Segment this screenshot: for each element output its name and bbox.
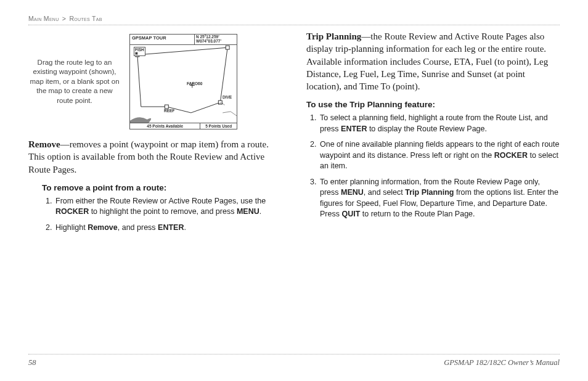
list-item: Highlight Remove, and press ENTER. xyxy=(54,223,282,234)
remove-lead: Remove xyxy=(28,139,60,149)
wp-reef: REEF xyxy=(164,109,174,113)
left-column: Drag the route leg to an existing waypoi… xyxy=(28,30,282,338)
gps-map-area: FISH▣ FARO60 DIVE REEF xyxy=(130,42,237,123)
remove-paragraph: Remove—removes a point (waypoint or map … xyxy=(28,138,282,176)
book-title: GPSMAP 182/182C Owner’s Manual xyxy=(444,358,560,367)
figure-row: Drag the route leg to an existing waypoi… xyxy=(28,34,282,129)
figure-caption: Drag the route leg to an existing waypoi… xyxy=(28,58,121,106)
page: Main Menu > Routes Tab Drag the route le… xyxy=(0,0,588,381)
wp-dive: DIVE xyxy=(223,95,232,99)
breadcrumb-sep: > xyxy=(62,15,66,22)
gps-screenshot: GPSMAP TOUR N 25°12.259' W074°03.077' xyxy=(129,34,237,129)
gps-status-right: 5 Points Used xyxy=(200,123,237,129)
list-item: From either the Route Review or Active R… xyxy=(54,196,282,218)
trip-lead: Trip Planning xyxy=(306,31,361,41)
remove-body: —removes a point (waypoint or map item) … xyxy=(28,139,269,174)
list-item: To select a planning field, highlight a … xyxy=(319,113,560,134)
gps-statusbar: 45 Points Available 5 Points Used xyxy=(130,123,237,129)
breadcrumb-sub: Routes Tab xyxy=(69,15,102,22)
gps-status-left: 45 Points Available xyxy=(130,123,200,129)
remove-subhead: To remove a point from a route: xyxy=(42,183,282,192)
page-number: 58 xyxy=(28,358,36,367)
remove-steps: From either the Route Review or Active R… xyxy=(42,196,282,234)
wp-faro: FARO60 xyxy=(187,81,202,86)
right-column: Trip Planning—the Route Review and Activ… xyxy=(306,30,560,338)
trip-subhead: To use the Trip Planning feature: xyxy=(306,100,560,109)
breadcrumb: Main Menu > Routes Tab xyxy=(28,15,560,25)
list-item: One of nine available planning fields ap… xyxy=(319,139,560,172)
content-columns: Drag the route leg to an existing waypoi… xyxy=(28,30,560,338)
breadcrumb-main: Main Menu xyxy=(28,15,59,22)
svg-rect-1 xyxy=(226,46,229,49)
page-footer: 58 GPSMAP 182/182C Owner’s Manual xyxy=(28,354,560,367)
trip-steps: To select a planning field, highlight a … xyxy=(306,113,560,220)
wp-fish: FISH▣ xyxy=(134,47,145,56)
trip-paragraph: Trip Planning—the Route Review and Activ… xyxy=(306,30,560,92)
list-item: To enter planning information, from the … xyxy=(319,177,560,220)
